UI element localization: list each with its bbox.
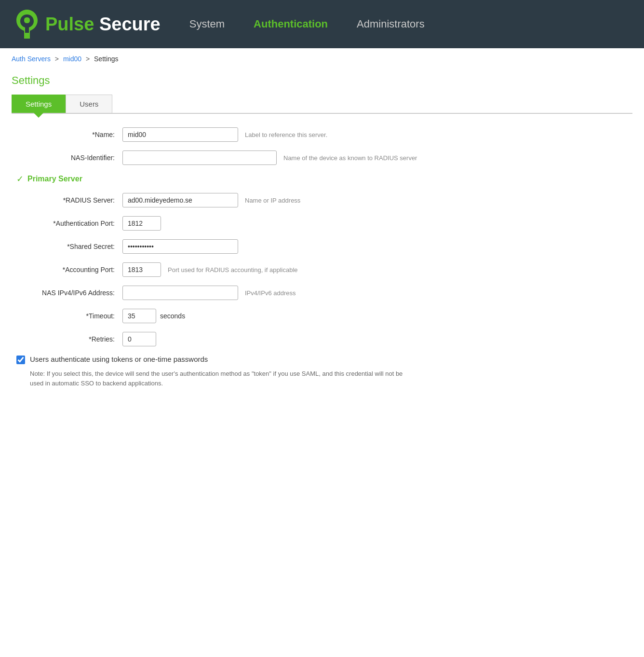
radius-server-input[interactable] [122,193,238,207]
nav-authentication[interactable]: Authentication [254,18,328,30]
accounting-port-label: *Accounting Port: [16,266,122,274]
name-hint: Label to reference this server. [245,131,327,138]
retries-label: *Retries: [16,335,122,343]
shared-secret-row: *Shared Secret: [16,239,628,254]
nas-addr-input[interactable] [122,286,238,300]
breadcrumb: Auth Servers > mid00 > Settings [0,48,644,69]
shared-secret-input[interactable] [122,239,238,254]
primary-server-header: ✓ Primary Server [16,174,628,184]
breadcrumb-mid00[interactable]: mid00 [63,55,81,63]
accounting-port-row: *Accounting Port: Port used for RADIUS a… [16,262,628,277]
accounting-port-hint: Port used for RADIUS accounting, if appl… [168,266,298,274]
nas-addr-label: NAS IPv4/IPv6 Address: [16,289,122,297]
retries-row: *Retries: [16,332,628,346]
nav-system[interactable]: System [189,18,225,30]
nas-row: NAS-Identifier: Name of the device as kn… [16,151,628,165]
breadcrumb-sep1: > [55,55,61,63]
radius-label: *RADIUS Server: [16,196,122,204]
nav-administrators[interactable]: Administrators [357,18,425,30]
form-section: *Name: Label to reference this server. N… [12,127,632,388]
nav-links: System Authentication Administrators [189,18,425,30]
name-row: *Name: Label to reference this server. [16,127,628,142]
timeout-row: *Timeout: seconds [16,309,628,323]
tab-settings[interactable]: Settings [12,95,66,113]
checkbox-row: Users authenticate using tokens or one-t… [16,355,628,364]
nas-label: NAS-Identifier: [16,154,122,162]
primary-server-title: Primary Server [27,175,82,183]
logo-text: Pulse Secure [45,14,161,35]
name-input[interactable] [122,127,238,142]
timeout-unit: seconds [160,312,185,320]
accounting-port-input[interactable] [122,262,161,277]
auth-port-input[interactable] [122,216,161,231]
nas-addr-hint: IPv4/IPv6 address [245,289,296,297]
breadcrumb-current: Settings [94,55,119,63]
note-text: Note: If you select this, the device wil… [30,369,406,388]
checkbox-label[interactable]: Users authenticate using tokens or one-t… [30,355,208,363]
auth-port-label: *Authentication Port: [16,219,122,227]
tabs: Settings Users [12,95,632,114]
token-auth-checkbox[interactable] [16,356,25,364]
breadcrumb-auth-servers[interactable]: Auth Servers [12,55,51,63]
breadcrumb-sep2: > [86,55,92,63]
nas-addr-row: NAS IPv4/IPv6 Address: IPv4/IPv6 address [16,286,628,300]
chevron-down-icon: ✓ [16,174,24,184]
header: Pulse Secure System Authentication Admin… [0,0,644,48]
pulse-secure-logo-icon [14,9,40,40]
timeout-input[interactable] [122,309,156,323]
radius-hint: Name or IP address [245,197,300,204]
shared-secret-label: *Shared Secret: [16,243,122,250]
retries-input[interactable] [122,332,156,346]
name-label: *Name: [16,131,122,138]
radius-server-row: *RADIUS Server: Name or IP address [16,193,628,207]
timeout-label: *Timeout: [16,312,122,320]
logo-area: Pulse Secure [14,9,161,40]
nas-hint: Name of the device as known to RADIUS se… [283,154,417,162]
nas-input[interactable] [122,151,277,165]
content: Settings Settings Users *Name: Label to … [0,69,644,407]
auth-port-row: *Authentication Port: [16,216,628,231]
page-title: Settings [12,74,632,87]
tab-users[interactable]: Users [66,95,112,113]
